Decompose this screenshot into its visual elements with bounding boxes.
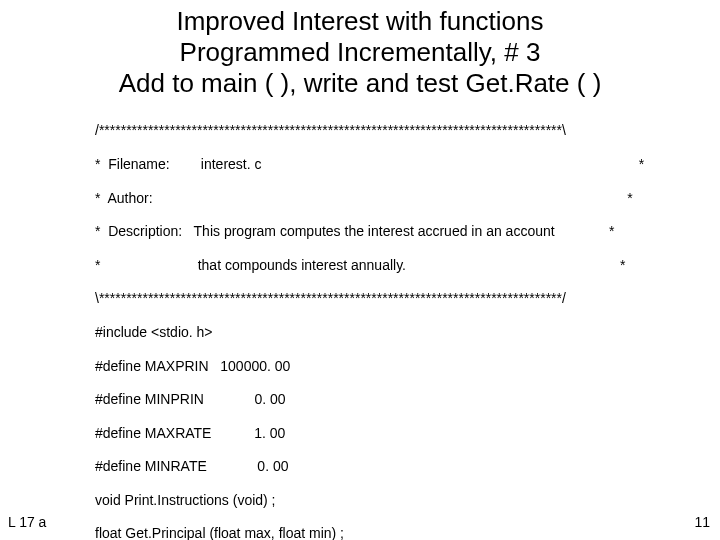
comment-line-3: * Description: This program computes the… xyxy=(95,223,720,240)
footer-left: L 17 a xyxy=(8,514,46,530)
code-block: /***************************************… xyxy=(95,106,720,540)
code-line-6: void Print.Instructions (void) ; xyxy=(95,492,720,509)
title-line-2: Programmed Incrementally, # 3 xyxy=(0,37,720,68)
code-line-3: #define MINPRIN 0. 00 xyxy=(95,391,720,408)
code-line-4: #define MAXRATE 1. 00 xyxy=(95,425,720,442)
code-line-2: #define MAXPRIN 100000. 00 xyxy=(95,358,720,375)
comment-bottom: \***************************************… xyxy=(95,290,720,307)
slide-title: Improved Interest with functions Program… xyxy=(0,0,720,100)
comment-top: /***************************************… xyxy=(95,122,720,139)
comment-line-4: * that compounds interest annually. * xyxy=(95,257,720,274)
title-line-1: Improved Interest with functions xyxy=(0,6,720,37)
code-line-5: #define MINRATE 0. 00 xyxy=(95,458,720,475)
footer-right: 11 xyxy=(694,514,710,530)
title-line-3: Add to main ( ), write and test Get.Rate… xyxy=(0,68,720,99)
code-line-1: #include <stdio. h> xyxy=(95,324,720,341)
comment-line-1: * Filename: interest. c * xyxy=(95,156,720,173)
code-line-7: float Get.Principal (float max, float mi… xyxy=(95,525,720,540)
slide: Improved Interest with functions Program… xyxy=(0,0,720,540)
comment-line-2: * Author: * xyxy=(95,190,720,207)
